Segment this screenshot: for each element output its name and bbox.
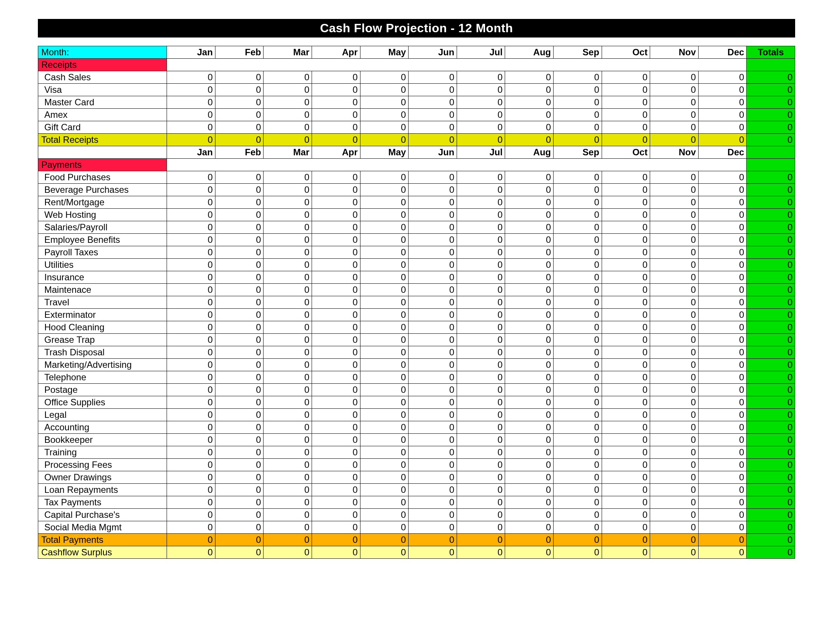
value-cell[interactable]: 0 — [360, 259, 408, 271]
value-cell[interactable]: 0 — [457, 396, 505, 409]
value-cell[interactable]: 0 — [553, 284, 602, 296]
value-cell[interactable]: 0 — [312, 434, 360, 446]
value-cell[interactable]: 0 — [457, 421, 505, 434]
value-cell[interactable]: 0 — [312, 521, 360, 534]
value-cell[interactable]: 0 — [360, 484, 408, 496]
value-cell[interactable]: 0 — [312, 459, 360, 471]
value-cell[interactable]: 0 — [553, 521, 602, 534]
value-cell[interactable]: 0 — [457, 284, 505, 296]
value-cell[interactable]: 0 — [408, 296, 457, 309]
value-cell[interactable]: 0 — [264, 246, 312, 259]
value-cell[interactable]: 0 — [650, 509, 699, 521]
value-cell[interactable]: 0 — [457, 409, 505, 421]
value-cell[interactable]: 0 — [167, 421, 215, 434]
value-cell[interactable]: 0 — [601, 271, 650, 284]
value-cell[interactable]: 0 — [360, 471, 408, 484]
value-cell[interactable]: 0 — [312, 221, 360, 234]
value-cell[interactable]: 0 — [601, 296, 650, 309]
value-cell[interactable]: 0 — [457, 459, 505, 471]
value-cell[interactable]: 0 — [457, 246, 505, 259]
value-cell[interactable]: 0 — [505, 209, 553, 221]
value-cell[interactable]: 0 — [360, 421, 408, 434]
value-cell[interactable]: 0 — [698, 84, 747, 96]
value-cell[interactable]: 0 — [698, 259, 747, 271]
value-cell[interactable]: 0 — [408, 246, 457, 259]
value-cell[interactable]: 0 — [601, 396, 650, 409]
value-cell[interactable]: 0 — [312, 421, 360, 434]
value-cell[interactable]: 0 — [505, 246, 553, 259]
value-cell[interactable]: 0 — [167, 334, 215, 346]
value-cell[interactable]: 0 — [360, 359, 408, 371]
value-cell[interactable]: 0 — [698, 184, 747, 196]
value-cell[interactable]: 0 — [408, 184, 457, 196]
value-cell[interactable]: 0 — [408, 96, 457, 109]
value-cell[interactable]: 0 — [312, 209, 360, 221]
value-cell[interactable]: 0 — [167, 209, 215, 221]
value-cell[interactable]: 0 — [505, 309, 553, 321]
value-cell[interactable]: 0 — [408, 409, 457, 421]
value-cell[interactable]: 0 — [408, 434, 457, 446]
value-cell[interactable]: 0 — [360, 371, 408, 384]
value-cell[interactable]: 0 — [215, 396, 264, 409]
value-cell[interactable]: 0 — [167, 171, 215, 184]
value-cell[interactable]: 0 — [408, 259, 457, 271]
value-cell[interactable]: 0 — [505, 109, 553, 121]
value-cell[interactable]: 0 — [457, 371, 505, 384]
value-cell[interactable]: 0 — [698, 434, 747, 446]
value-cell[interactable]: 0 — [215, 484, 264, 496]
value-cell[interactable]: 0 — [505, 96, 553, 109]
value-cell[interactable]: 0 — [312, 234, 360, 246]
value-cell[interactable]: 0 — [312, 259, 360, 271]
value-cell[interactable]: 0 — [312, 121, 360, 134]
value-cell[interactable]: 0 — [457, 259, 505, 271]
value-cell[interactable]: 0 — [312, 284, 360, 296]
value-cell[interactable]: 0 — [167, 521, 215, 534]
value-cell[interactable]: 0 — [698, 209, 747, 221]
value-cell[interactable]: 0 — [215, 121, 264, 134]
value-cell[interactable]: 0 — [167, 484, 215, 496]
value-cell[interactable]: 0 — [601, 459, 650, 471]
value-cell[interactable]: 0 — [698, 459, 747, 471]
value-cell[interactable]: 0 — [553, 221, 602, 234]
value-cell[interactable]: 0 — [312, 409, 360, 421]
value-cell[interactable]: 0 — [215, 71, 264, 84]
value-cell[interactable]: 0 — [505, 496, 553, 509]
value-cell[interactable]: 0 — [505, 184, 553, 196]
value-cell[interactable]: 0 — [215, 509, 264, 521]
value-cell[interactable]: 0 — [360, 184, 408, 196]
value-cell[interactable]: 0 — [312, 96, 360, 109]
value-cell[interactable]: 0 — [698, 359, 747, 371]
value-cell[interactable]: 0 — [408, 309, 457, 321]
value-cell[interactable]: 0 — [505, 384, 553, 396]
value-cell[interactable]: 0 — [505, 471, 553, 484]
value-cell[interactable]: 0 — [505, 259, 553, 271]
value-cell[interactable]: 0 — [601, 221, 650, 234]
value-cell[interactable]: 0 — [650, 471, 699, 484]
value-cell[interactable]: 0 — [650, 109, 699, 121]
value-cell[interactable]: 0 — [312, 346, 360, 359]
value-cell[interactable]: 0 — [167, 459, 215, 471]
value-cell[interactable]: 0 — [698, 246, 747, 259]
value-cell[interactable]: 0 — [360, 396, 408, 409]
value-cell[interactable]: 0 — [553, 371, 602, 384]
value-cell[interactable]: 0 — [698, 321, 747, 334]
value-cell[interactable]: 0 — [457, 509, 505, 521]
value-cell[interactable]: 0 — [457, 121, 505, 134]
value-cell[interactable]: 0 — [312, 471, 360, 484]
value-cell[interactable]: 0 — [264, 296, 312, 309]
value-cell[interactable]: 0 — [650, 271, 699, 284]
value-cell[interactable]: 0 — [408, 209, 457, 221]
value-cell[interactable]: 0 — [215, 184, 264, 196]
value-cell[interactable]: 0 — [698, 484, 747, 496]
value-cell[interactable]: 0 — [698, 496, 747, 509]
value-cell[interactable]: 0 — [215, 271, 264, 284]
value-cell[interactable]: 0 — [457, 496, 505, 509]
value-cell[interactable]: 0 — [698, 471, 747, 484]
value-cell[interactable]: 0 — [264, 209, 312, 221]
value-cell[interactable]: 0 — [601, 346, 650, 359]
value-cell[interactable]: 0 — [650, 184, 699, 196]
value-cell[interactable]: 0 — [264, 421, 312, 434]
value-cell[interactable]: 0 — [553, 459, 602, 471]
value-cell[interactable]: 0 — [650, 221, 699, 234]
value-cell[interactable]: 0 — [650, 259, 699, 271]
